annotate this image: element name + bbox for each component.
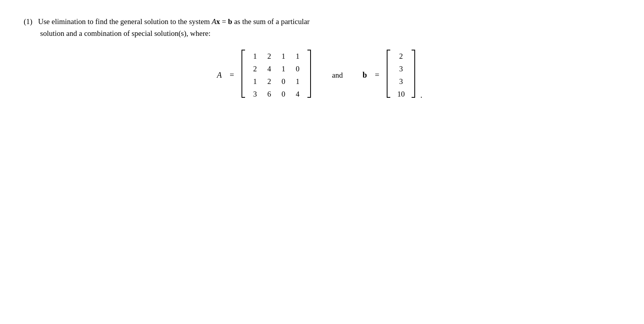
matrix-a-cell-3-3: 4 [296,90,300,98]
problem-statement: (1) Use elimination to find the general … [24,16,616,40]
left-bracket-icon [240,49,246,98]
matrix-A-inline: A [212,17,217,26]
vector-b-expr: b = 2 3 3 10 . [363,49,422,101]
matrix-A-expr: A = 1 2 1 1 2 4 1 0 [217,49,313,101]
matrix-A-equals: = [230,71,234,80]
matrix-a-cell-1-2: 1 [282,65,286,73]
problem-container: (1) Use elimination to find the general … [24,16,616,101]
matrix-a-cell-2-1: 2 [268,78,271,85]
matrix-A-bracket: 1 2 1 1 2 4 1 0 1 2 0 1 3 6 [240,49,312,101]
matrix-a-cell-0-2: 1 [282,52,286,60]
problem-text-line2: solution and a combination of special so… [40,29,211,37]
bold-x-inline: x [216,17,220,26]
vector-b-cell-3: 10 [397,90,405,98]
matrix-a-cell-0-0: 1 [253,52,257,60]
matrix-a-cell-1-0: 2 [253,65,257,73]
vector-b-cell-0: 2 [399,52,403,60]
period: . [420,91,422,101]
problem-text-part1: Use elimination to find the general solu… [38,17,212,26]
vector-b-bracket: 2 3 3 10 [386,49,416,101]
matrix-A-label: A [217,71,222,80]
matrix-a-cell-2-2: 0 [282,78,286,85]
problem-number: (1) [24,17,32,26]
matrix-a-cell-3-0: 3 [253,90,257,98]
vector-b-cell-2: 3 [399,78,403,85]
matrix-a-cell-3-1: 6 [268,90,271,98]
vector-b-equals: = [375,71,379,80]
equals-inline: = [222,17,228,26]
matrix-a-cell-3-2: 0 [282,90,286,98]
matrix-a-cell-1-3: 0 [296,65,300,73]
vector-b-cell-1: 3 [399,65,403,73]
matrix-a-cell-2-3: 1 [296,78,300,85]
matrix-a-cell-1-1: 4 [268,65,271,73]
left-bracket-b-icon [386,49,391,98]
bold-b-inline: b [228,17,232,26]
problem-text-part2: as the sum of a particular [232,17,309,26]
right-bracket-A-icon [307,49,312,98]
vector-b-label: b [363,71,367,80]
matrix-A-content: 1 2 1 1 2 4 1 0 1 2 0 1 3 6 [246,49,307,101]
matrix-a-cell-2-0: 1 [253,78,257,85]
matrix-a-cell-0-3: 1 [296,52,300,60]
matrix-a-cell-0-1: 2 [268,52,271,60]
right-bracket-b-icon [411,49,416,98]
and-text: and [328,71,346,80]
math-display: A = 1 2 1 1 2 4 1 0 [24,49,616,101]
vector-b-content: 2 3 3 10 [391,49,411,101]
